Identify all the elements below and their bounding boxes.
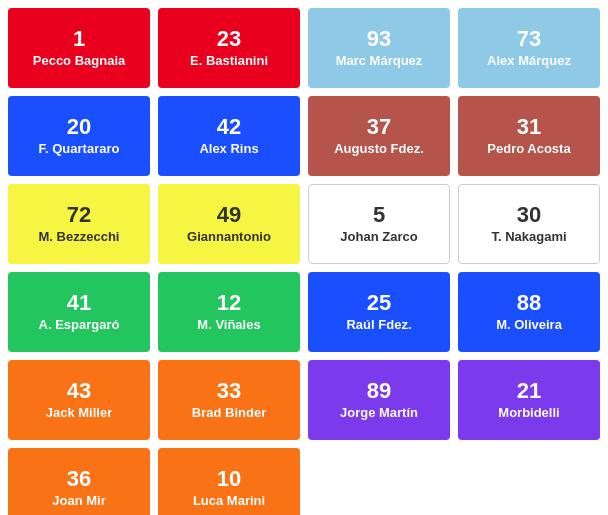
rider-name: Brad Binder: [192, 405, 266, 422]
rider-card[interactable]: 23E. Bastianini: [158, 8, 300, 88]
rider-name: M. Viñales: [197, 317, 260, 334]
rider-name: Johan Zarco: [340, 229, 417, 246]
rider-name: T. Nakagami: [491, 229, 566, 246]
rider-card[interactable]: 31Pedro Acosta: [458, 96, 600, 176]
rider-card[interactable]: 49Giannantonio: [158, 184, 300, 264]
rider-name: Alex Rins: [199, 141, 258, 158]
rider-number: 37: [367, 114, 391, 140]
rider-name: Pecco Bagnaia: [33, 53, 126, 70]
rider-number: 43: [67, 378, 91, 404]
rider-card[interactable]: 42Alex Rins: [158, 96, 300, 176]
rider-number: 5: [373, 202, 385, 228]
rider-number: 36: [67, 466, 91, 492]
rider-name: Luca Marini: [193, 493, 265, 510]
rider-card[interactable]: 73Alex Márquez: [458, 8, 600, 88]
rider-card[interactable]: 20F. Quartararo: [8, 96, 150, 176]
rider-name: Marc Márquez: [336, 53, 423, 70]
rider-card[interactable]: 43Jack Miller: [8, 360, 150, 440]
rider-card[interactable]: 41A. Espargaró: [8, 272, 150, 352]
rider-card[interactable]: 37Augusto Fdez.: [308, 96, 450, 176]
rider-name: Raúl Fdez.: [346, 317, 411, 334]
rider-name: Pedro Acosta: [487, 141, 570, 158]
rider-name: Giannantonio: [187, 229, 271, 246]
rider-name: Joan Mir: [52, 493, 105, 510]
rider-number: 42: [217, 114, 241, 140]
rider-card[interactable]: 12M. Viñales: [158, 272, 300, 352]
rider-number: 21: [517, 378, 541, 404]
rider-card[interactable]: 5Johan Zarco: [308, 184, 450, 264]
rider-number: 31: [517, 114, 541, 140]
rider-name: Morbidelli: [498, 405, 559, 422]
rider-card[interactable]: 30T. Nakagami: [458, 184, 600, 264]
rider-card[interactable]: 1Pecco Bagnaia: [8, 8, 150, 88]
rider-card[interactable]: 93Marc Márquez: [308, 8, 450, 88]
rider-name: M. Oliveira: [496, 317, 562, 334]
rider-name: A. Espargaró: [39, 317, 120, 334]
rider-card[interactable]: 10Luca Marini: [158, 448, 300, 515]
rider-name: F. Quartararo: [39, 141, 120, 158]
rider-number: 33: [217, 378, 241, 404]
rider-card[interactable]: 33Brad Binder: [158, 360, 300, 440]
rider-card[interactable]: 36Joan Mir: [8, 448, 150, 515]
rider-number: 88: [517, 290, 541, 316]
rider-number: 10: [217, 466, 241, 492]
rider-number: 93: [367, 26, 391, 52]
rider-card[interactable]: 88M. Oliveira: [458, 272, 600, 352]
rider-number: 20: [67, 114, 91, 140]
rider-number: 49: [217, 202, 241, 228]
rider-number: 89: [367, 378, 391, 404]
riders-grid: 1Pecco Bagnaia23E. Bastianini93Marc Márq…: [8, 8, 600, 515]
rider-number: 12: [217, 290, 241, 316]
rider-number: 30: [517, 202, 541, 228]
rider-number: 1: [73, 26, 85, 52]
rider-number: 72: [67, 202, 91, 228]
rider-card[interactable]: 89Jorge Martín: [308, 360, 450, 440]
rider-name: Alex Márquez: [487, 53, 571, 70]
rider-card[interactable]: 21Morbidelli: [458, 360, 600, 440]
rider-name: Jack Miller: [46, 405, 113, 422]
rider-name: Augusto Fdez.: [334, 141, 424, 158]
rider-number: 23: [217, 26, 241, 52]
rider-card[interactable]: 25Raúl Fdez.: [308, 272, 450, 352]
rider-card[interactable]: 72M. Bezzecchi: [8, 184, 150, 264]
rider-name: M. Bezzecchi: [39, 229, 120, 246]
rider-name: Jorge Martín: [340, 405, 418, 422]
rider-number: 25: [367, 290, 391, 316]
rider-name: E. Bastianini: [190, 53, 268, 70]
rider-number: 41: [67, 290, 91, 316]
rider-number: 73: [517, 26, 541, 52]
